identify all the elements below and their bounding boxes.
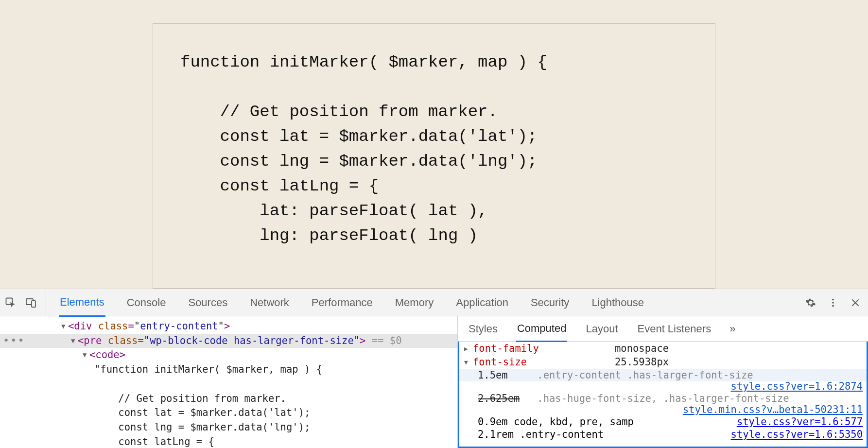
devtools-toolbar: Elements Console Sources Network Perform…	[0, 289, 868, 316]
subtab-layout[interactable]: Layout	[585, 317, 619, 341]
svg-point-5	[832, 305, 834, 307]
tab-network[interactable]: Network	[249, 290, 290, 316]
cascade-entry[interactable]: 1.5em .entry-content .has-larger-font-si…	[459, 369, 867, 381]
tab-lighthouse[interactable]: Lighthouse	[590, 290, 645, 316]
devtools-body: ••• ▼<div class="entry-content"> ▼<pre c…	[0, 316, 868, 448]
expand-arrow-icon[interactable]: ▶	[464, 343, 473, 352]
page-content: function initMarker( $marker, map ) { //…	[0, 0, 868, 289]
source-link[interactable]: style.css?ver=1.6:577	[737, 416, 863, 428]
gear-icon[interactable]	[805, 297, 816, 309]
styles-tabs: Styles Computed Layout Event Listeners »	[458, 316, 868, 342]
computed-font-family[interactable]: ▶ font-family monospace	[459, 342, 867, 355]
device-toolbar-icon[interactable]	[25, 297, 37, 309]
svg-rect-2	[32, 301, 35, 307]
styles-subpanel: Styles Computed Layout Event Listeners »…	[458, 316, 868, 448]
tab-sources[interactable]: Sources	[187, 290, 228, 316]
cascade-source-link: style.css?ver=1.6:2874	[459, 380, 867, 392]
tab-memory[interactable]: Memory	[394, 290, 434, 316]
inspect-icon[interactable]	[5, 297, 17, 309]
svg-point-4	[832, 302, 834, 304]
cascade-entry[interactable]: 2.625em .has-huge-font-size, .has-larger…	[459, 392, 867, 405]
svg-point-3	[832, 298, 834, 300]
dom-tree[interactable]: ▼<div class="entry-content"> ▼<pre class…	[0, 316, 457, 448]
tab-console[interactable]: Console	[126, 290, 167, 316]
tab-security[interactable]: Security	[530, 290, 570, 316]
dom-node-code[interactable]: ▼<code>	[0, 348, 457, 362]
subtab-computed[interactable]: Computed	[516, 316, 568, 342]
cascade-source-link: style.min.css?v…beta1-50231:11	[459, 404, 867, 415]
computed-font-size[interactable]: ▼ font-size 25.5938px	[459, 355, 867, 369]
dom-text-content[interactable]: "function initMarker( $marker, map ) { /…	[0, 362, 457, 448]
cascade-entry[interactable]: 2.1rem .entry-content style.css?ver=1.6:…	[459, 428, 867, 441]
collapse-arrow-icon[interactable]: ▼	[464, 356, 473, 366]
computed-list[interactable]: ▶ font-family monospace ▼ font-size 25.5…	[458, 342, 868, 448]
tab-performance[interactable]: Performance	[311, 290, 374, 316]
dom-node-pre[interactable]: ▼<pre class="wp-block-code has-larger-fo…	[0, 334, 457, 348]
close-icon[interactable]	[850, 297, 861, 309]
code-block: function initMarker( $marker, map ) { //…	[153, 23, 715, 289]
source-link[interactable]: style.min.css?v…beta1-50231:11	[683, 404, 863, 415]
toolbar-left-icons	[5, 289, 46, 316]
devtools: Elements Console Sources Network Perform…	[0, 289, 868, 448]
dom-node-div[interactable]: ▼<div class="entry-content">	[0, 319, 457, 334]
source-link[interactable]: style.css?ver=1.6:5350	[730, 429, 863, 440]
kebab-icon[interactable]	[827, 297, 839, 309]
breadcrumb-ellipsis[interactable]: •••	[3, 333, 25, 348]
devtools-tabs: Elements Console Sources Network Perform…	[46, 289, 805, 316]
elements-panel[interactable]: ••• ▼<div class="entry-content"> ▼<pre c…	[0, 316, 458, 448]
tab-application[interactable]: Application	[455, 290, 509, 316]
tab-elements[interactable]: Elements	[59, 289, 105, 317]
more-subtabs-icon[interactable]: »	[729, 323, 735, 335]
toolbar-right-icons	[805, 297, 861, 309]
code-text: function initMarker( $marker, map ) { //…	[180, 50, 688, 248]
cascade-entry[interactable]: 0.9em code, kbd, pre, samp style.css?ver…	[459, 415, 867, 428]
subtab-styles[interactable]: Styles	[468, 317, 499, 341]
source-link[interactable]: style.css?ver=1.6:2874	[730, 380, 863, 392]
subtab-event-listeners[interactable]: Event Listeners	[637, 317, 712, 341]
